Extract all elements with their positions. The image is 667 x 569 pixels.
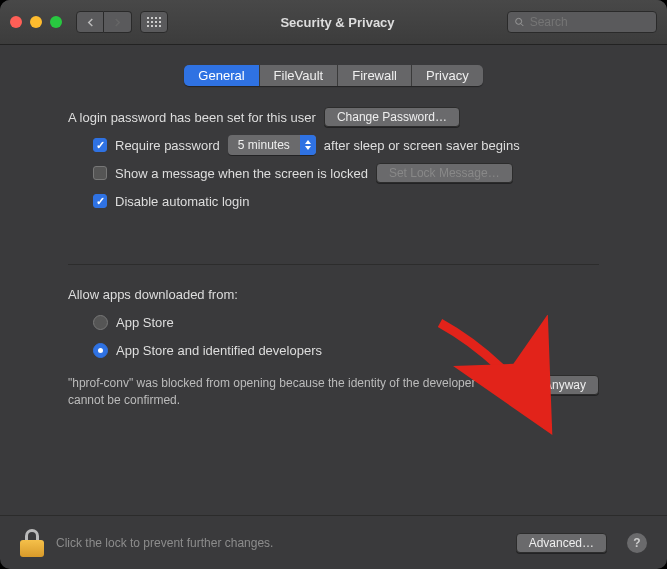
advanced-button[interactable]: Advanced… bbox=[516, 533, 607, 553]
radio-appstore[interactable] bbox=[93, 315, 108, 330]
tab-privacy[interactable]: Privacy bbox=[412, 65, 483, 86]
blocked-app-message: "hprof-conv" was blocked from opening be… bbox=[68, 375, 479, 409]
svg-line-1 bbox=[521, 24, 523, 26]
general-section: A login password has been set for this u… bbox=[18, 106, 649, 409]
grid-icon bbox=[147, 17, 161, 27]
footer-bar: Click the lock to prevent further change… bbox=[0, 515, 667, 569]
chevron-left-icon bbox=[86, 18, 95, 27]
disable-auto-login-label: Disable automatic login bbox=[115, 194, 249, 209]
open-anyway-button[interactable]: Open Anyway bbox=[499, 375, 599, 395]
gatekeeper-heading: Allow apps downloaded from: bbox=[68, 287, 238, 302]
after-sleep-label: after sleep or screen saver begins bbox=[324, 138, 520, 153]
radio-appstore-label: App Store bbox=[116, 315, 174, 330]
search-field[interactable] bbox=[507, 11, 657, 33]
tab-filevault[interactable]: FileVault bbox=[260, 65, 339, 86]
require-password-label: Require password bbox=[115, 138, 220, 153]
lock-body-icon bbox=[20, 540, 44, 557]
help-button[interactable]: ? bbox=[627, 533, 647, 553]
show-all-button[interactable] bbox=[140, 11, 168, 33]
set-lock-message-button[interactable]: Set Lock Message… bbox=[376, 163, 513, 183]
tab-firewall[interactable]: Firewall bbox=[338, 65, 412, 86]
search-input[interactable] bbox=[530, 15, 650, 29]
lock-hint-text: Click the lock to prevent further change… bbox=[56, 536, 504, 550]
show-message-checkbox[interactable] bbox=[93, 166, 107, 180]
radio-identified-developers[interactable] bbox=[93, 343, 108, 358]
minimize-window-button[interactable] bbox=[30, 16, 42, 28]
password-set-label: A login password has been set for this u… bbox=[68, 110, 316, 125]
lock-button[interactable] bbox=[20, 529, 44, 557]
show-message-label: Show a message when the screen is locked bbox=[115, 166, 368, 181]
content-area: General FileVault Firewall Privacy A log… bbox=[0, 45, 667, 497]
require-password-checkbox[interactable] bbox=[93, 138, 107, 152]
disable-auto-login-checkbox[interactable] bbox=[93, 194, 107, 208]
section-divider bbox=[68, 264, 599, 265]
delay-option-label: 5 minutes bbox=[228, 138, 300, 152]
search-icon bbox=[514, 16, 525, 28]
require-password-delay-popup[interactable]: 5 minutes bbox=[228, 135, 316, 155]
tab-bar: General FileVault Firewall Privacy bbox=[18, 65, 649, 86]
close-window-button[interactable] bbox=[10, 16, 22, 28]
updown-stepper-icon bbox=[300, 135, 316, 155]
nav-button-group bbox=[76, 11, 132, 33]
window-titlebar: Security & Privacy bbox=[0, 0, 667, 45]
window-title: Security & Privacy bbox=[168, 15, 507, 30]
chevron-right-icon bbox=[113, 18, 122, 27]
security-privacy-window: Security & Privacy General FileVault Fir… bbox=[0, 0, 667, 569]
forward-button[interactable] bbox=[104, 11, 132, 33]
back-button[interactable] bbox=[76, 11, 104, 33]
window-traffic-lights bbox=[10, 16, 62, 28]
radio-identified-label: App Store and identified developers bbox=[116, 343, 322, 358]
zoom-window-button[interactable] bbox=[50, 16, 62, 28]
tab-general[interactable]: General bbox=[184, 65, 259, 86]
svg-point-0 bbox=[516, 18, 522, 24]
change-password-button[interactable]: Change Password… bbox=[324, 107, 460, 127]
